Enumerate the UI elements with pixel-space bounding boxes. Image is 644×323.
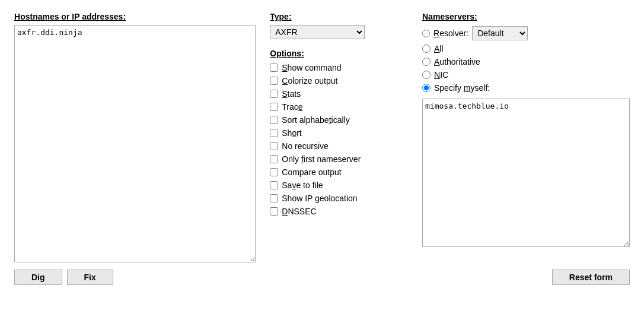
trace-checkbox[interactable] — [270, 103, 278, 111]
colorize-output-label: Colorize output — [282, 76, 337, 86]
colorize-output-checkbox[interactable] — [270, 77, 278, 85]
specify-myself-radio-label: Specify myself: — [434, 83, 490, 93]
resolver-radio-label: Resolver: — [433, 28, 468, 38]
show-command-label: Show command — [282, 63, 341, 72]
hostnames-label: Hostnames or IP addresses: — [14, 12, 256, 21]
fix-button[interactable]: Fix — [67, 270, 113, 285]
option-dnssec: DNSSEC — [270, 207, 408, 216]
option-colorize-output: Colorize output — [270, 76, 408, 86]
no-recursive-checkbox[interactable] — [270, 142, 278, 150]
specify-myself-textarea[interactable]: mimosa.techblue.io — [422, 99, 630, 247]
option-trace: Trace — [270, 102, 408, 112]
options-column: Type: AXFR A AAAA MX NS PTR SOA TXT CNAM… — [270, 12, 408, 220]
short-checkbox[interactable] — [270, 129, 278, 137]
show-command-checkbox[interactable] — [270, 64, 278, 72]
resolver-row: Resolver: Default Google Cloudflare Open… — [422, 26, 630, 40]
no-recursive-label: No recursive — [282, 141, 329, 151]
option-sort-alphabetically: Sort alphabetically — [270, 115, 408, 125]
show-ip-geolocation-checkbox[interactable] — [270, 194, 278, 202]
reset-form-button[interactable]: Reset form — [552, 270, 630, 285]
main-layout: Hostnames or IP addresses: axfr.ddi.ninj… — [14, 12, 630, 262]
show-ip-geolocation-label: Show IP geolocation — [282, 194, 357, 203]
resolver-select[interactable]: Default Google Cloudflare OpenDNS — [472, 26, 528, 40]
option-show-command: Show command — [270, 63, 408, 72]
hostnames-textarea[interactable]: axfr.ddi.ninja — [14, 25, 256, 262]
nic-radio-label: NIC — [434, 70, 448, 80]
options-section-title: Options: — [270, 49, 408, 58]
dig-button[interactable]: Dig — [14, 270, 62, 285]
stats-checkbox[interactable] — [270, 90, 278, 98]
options-section: Options: Show command Colorize output St… — [270, 49, 408, 220]
trace-label: Trace — [282, 102, 302, 112]
bottom-bar: Dig Fix Reset form — [14, 270, 630, 285]
all-radio-item: All — [422, 44, 630, 53]
option-only-first-nameserver: Only first nameserver — [270, 154, 408, 164]
type-label: Type: — [270, 12, 408, 21]
dnssec-checkbox[interactable] — [270, 207, 278, 216]
nic-radio-item: NIC — [422, 70, 630, 80]
sort-alphabetically-checkbox[interactable] — [270, 116, 278, 124]
save-to-file-label: Save to file — [282, 180, 323, 190]
stats-label: Stats — [282, 89, 301, 99]
bottom-bar-left: Dig Fix — [14, 270, 113, 285]
option-save-to-file: Save to file — [270, 180, 408, 190]
type-select[interactable]: AXFR A AAAA MX NS PTR SOA TXT CNAME SRV … — [270, 25, 365, 39]
resolver-radio[interactable] — [422, 30, 430, 37]
all-radio-label: All — [434, 44, 444, 53]
nameservers-column: Nameservers: Resolver: Default Google Cl… — [422, 12, 630, 247]
type-section: Type: AXFR A AAAA MX NS PTR SOA TXT CNAM… — [270, 12, 408, 39]
option-no-recursive: No recursive — [270, 141, 408, 151]
dnssec-label: DNSSEC — [282, 207, 316, 216]
short-label: Short — [282, 128, 301, 138]
authoritative-radio[interactable] — [422, 58, 431, 66]
nameservers-title: Nameservers: — [422, 12, 630, 21]
sort-alphabetically-label: Sort alphabetically — [282, 115, 349, 125]
specify-myself-radio-item: Specify myself: — [422, 83, 630, 93]
option-short: Short — [270, 128, 408, 138]
authoritative-radio-label: Authoritative — [434, 57, 480, 66]
save-to-file-checkbox[interactable] — [270, 181, 278, 189]
authoritative-radio-item: Authoritative — [422, 57, 630, 66]
option-stats: Stats — [270, 89, 408, 99]
compare-output-checkbox[interactable] — [270, 168, 278, 176]
hostnames-column: Hostnames or IP addresses: axfr.ddi.ninj… — [14, 12, 256, 262]
option-compare-output: Compare output — [270, 167, 408, 177]
compare-output-label: Compare output — [282, 167, 341, 177]
all-radio[interactable] — [422, 45, 431, 53]
nic-radio[interactable] — [422, 71, 431, 79]
only-first-nameserver-label: Only first nameserver — [282, 154, 361, 164]
option-show-ip-geolocation: Show IP geolocation — [270, 194, 408, 203]
only-first-nameserver-checkbox[interactable] — [270, 155, 278, 163]
specify-myself-radio[interactable] — [422, 84, 431, 92]
